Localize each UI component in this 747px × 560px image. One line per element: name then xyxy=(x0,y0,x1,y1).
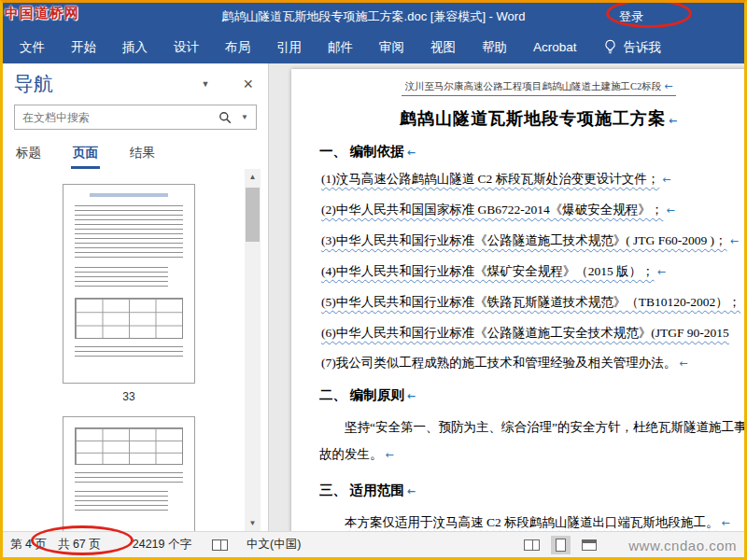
page-thumbnail-next[interactable] xyxy=(63,416,195,531)
main-area: 导航 ▼ × ▼ 标题 页面 结果 xyxy=(3,63,744,531)
page-thumbnail-list: 33 ▲ ▼ xyxy=(3,169,268,531)
reference-item: (7)我公司类似工程成熟的施工技术和管理经验及相关管理办法。← xyxy=(319,354,744,373)
ribbon-tab-references[interactable]: 引用 xyxy=(263,31,315,63)
section-heading-3: 三、 适用范围← xyxy=(319,482,744,499)
view-switcher xyxy=(524,532,597,557)
status-word-count[interactable]: 24219 个字 xyxy=(133,537,191,553)
nav-tab-pages[interactable]: 页面 xyxy=(71,141,100,169)
scroll-up-icon[interactable]: ▲ xyxy=(245,169,261,185)
page-header-row: 汶川至马尔康高速公路工程项目鹧鸪山隧道土建施工C2标段← xyxy=(319,77,744,96)
document-title-text: 鹧鸪山隧道瓦斯地段专项施工方案.doc [兼容模式] - Word xyxy=(222,8,526,25)
reference-item: (2)中华人民共和国国家标准 GB6722-2014《爆破安全规程》；← xyxy=(319,201,744,220)
paragraph-mark: ← xyxy=(407,390,416,402)
watermark-bottom-right: www.cndao.com xyxy=(628,538,737,553)
status-language[interactable]: 中文(中国) xyxy=(247,537,301,553)
document-heading-title: 鹧鸪山隧道瓦斯地段专项施工方案← xyxy=(319,107,744,130)
sign-in-button[interactable]: 登录 xyxy=(608,3,655,31)
web-layout-icon[interactable] xyxy=(582,539,597,551)
thumbnail-table xyxy=(75,427,183,465)
tell-me-label: 告诉我 xyxy=(624,39,662,56)
navigation-scrollbar[interactable]: ▲ ▼ xyxy=(245,169,261,531)
print-layout-icon[interactable] xyxy=(551,536,571,554)
ribbon-tab-help[interactable]: 帮助 xyxy=(469,31,520,63)
ribbon-tab-design[interactable]: 设计 xyxy=(161,31,212,63)
reference-item: (5)中华人民共和国行业标准《铁路瓦斯隧道技术规范》（TB10120-2002）… xyxy=(319,293,744,313)
thumbnail-caption: 33 xyxy=(63,384,195,405)
word-application-window: 中国道桥网 鹧鸪山隧道瓦斯地段专项施工方案.doc [兼容模式] - Word … xyxy=(0,0,747,560)
paragraph-mark: ← xyxy=(407,485,416,497)
ribbon-tab-home[interactable]: 开始 xyxy=(58,31,109,63)
paragraph-mark: ← xyxy=(722,517,730,529)
paragraph-mark: ← xyxy=(743,297,744,309)
ribbon-tab-bar: 文件 开始 插入 设计 布局 引用 邮件 审阅 视图 帮助 Acrobat 告诉… xyxy=(3,31,744,63)
thumbnail-text-lines xyxy=(75,205,183,261)
thumbnail-text-lines xyxy=(75,346,183,359)
body-paragraph: 坚持“安全第一、预防为主、综合治理”的安全方针，杜绝瓦斯隧道施工事故的发生。← xyxy=(319,413,744,469)
thumbnail-header-line xyxy=(90,193,168,197)
title-bar: 中国道桥网 鹧鸪山隧道瓦斯地段专项施工方案.doc [兼容模式] - Word … xyxy=(3,3,744,31)
ribbon-tab-layout[interactable]: 布局 xyxy=(212,31,263,63)
paragraph-mark: ← xyxy=(664,80,672,92)
ribbon-tab-review[interactable]: 审阅 xyxy=(366,31,417,63)
reference-item: (3)中华人民共和国行业标准《公路隧道施工技术规范》( JTG F60-2009… xyxy=(319,231,744,251)
thumbnail-text-lines xyxy=(75,472,183,485)
paragraph-mark: ← xyxy=(730,235,739,247)
section-heading-1: 一、 编制依据← xyxy=(319,143,744,161)
navigation-pane-header: 导航 ▼ × xyxy=(3,63,268,99)
tell-me-control[interactable]: 告诉我 xyxy=(603,39,662,56)
ribbon-tab-acrobat[interactable]: Acrobat xyxy=(520,31,590,63)
navigation-pane-title: 导航 xyxy=(14,71,53,97)
lightbulb-icon xyxy=(603,39,617,55)
navigation-search-box: ▼ xyxy=(14,105,257,130)
print-layout-page-glyph xyxy=(556,539,566,552)
page-thumbnail-33[interactable] xyxy=(63,184,195,384)
status-bar: 第 4 页 共 67 页 24219 个字 中文(中国) www.cndao.c… xyxy=(3,531,744,557)
status-page-number[interactable]: 第 4 页 xyxy=(10,537,47,553)
nav-tab-results[interactable]: 结果 xyxy=(128,141,157,169)
paragraph-mark: ← xyxy=(662,174,670,186)
status-page-total[interactable]: 共 67 页 xyxy=(58,537,101,553)
search-options-dropdown-icon[interactable]: ▼ xyxy=(236,113,256,121)
reference-item: (1)汶马高速公路鹧鸪山隧道 C2 标段瓦斯处治变更设计文件；← xyxy=(319,170,744,189)
proofing-book-icon[interactable] xyxy=(212,539,228,551)
scrollbar-thumb[interactable] xyxy=(246,188,260,242)
thumbnail-text-lines xyxy=(75,267,168,289)
watermark-top-left: 中国道桥网 xyxy=(5,5,79,22)
search-input[interactable] xyxy=(15,111,214,124)
ribbon-tab-mailings[interactable]: 邮件 xyxy=(315,31,366,63)
reference-item: (4)中华人民共和国行业标准《煤矿安全规程》（2015 版）；← xyxy=(319,262,744,282)
paragraph-mark: ← xyxy=(679,357,687,370)
paragraph-mark: ← xyxy=(407,147,416,159)
paragraph-mark: ← xyxy=(386,449,394,461)
ribbon-tab-insert[interactable]: 插入 xyxy=(109,31,161,63)
thumbnail-text-lines xyxy=(75,491,168,513)
navigation-tabs: 标题 页面 结果 xyxy=(3,137,268,169)
thumbnail-table xyxy=(75,298,183,339)
nav-tab-headings[interactable]: 标题 xyxy=(14,141,43,169)
document-canvas: 汶川至马尔康高速公路工程项目鹧鸪山隧道土建施工C2标段← 鹧鸪山隧道瓦斯地段专项… xyxy=(269,63,744,531)
scroll-down-icon[interactable]: ▼ xyxy=(245,515,261,531)
search-icon[interactable] xyxy=(218,111,232,124)
section-heading-2: 二、 编制原则← xyxy=(319,386,744,404)
page-header-text: 汶川至马尔康高速公路工程项目鹧鸪山隧道土建施工C2标段← xyxy=(402,80,677,96)
navigation-pane: 导航 ▼ × ▼ 标题 页面 结果 xyxy=(3,63,269,531)
reference-item: (6)中华人民共和国行业标准《公路隧道施工安全技术规范》(JTGF 90-201… xyxy=(319,324,744,343)
read-mode-icon[interactable] xyxy=(524,539,540,551)
navigation-pane-close-icon[interactable]: × xyxy=(243,76,253,92)
paragraph-mark: ← xyxy=(669,115,678,127)
navigation-options-dropdown-icon[interactable]: ▼ xyxy=(202,79,210,89)
body-paragraph: 本方案仅适用于汶马高速 C2 标段鹧鸪山隧道出口端瓦斯地段施工。← xyxy=(319,509,744,531)
ribbon-tab-view[interactable]: 视图 xyxy=(417,31,469,63)
paragraph-mark: ← xyxy=(666,204,674,217)
ribbon-tab-file[interactable]: 文件 xyxy=(7,31,58,63)
document-page[interactable]: 汶川至马尔康高速公路工程项目鹧鸪山隧道土建施工C2标段← 鹧鸪山隧道瓦斯地段专项… xyxy=(291,69,744,531)
paragraph-mark: ← xyxy=(657,266,666,278)
